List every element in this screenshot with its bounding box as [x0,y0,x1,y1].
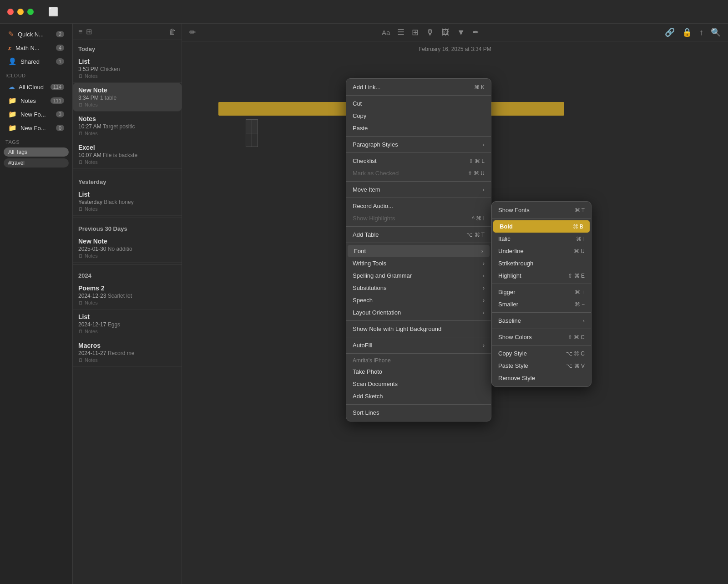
minimize-button[interactable] [17,9,24,15]
title-bar: ⬜ [0,0,728,24]
close-button[interactable] [7,9,14,15]
menu-show-highlights[interactable]: Show Highlights ^ ⌘ I [346,212,491,224]
menu-add-table[interactable]: Add Table ⌥ ⌘ T [346,229,491,241]
all-icloud-badge: 114 [51,84,64,90]
note-title: New Note [78,86,176,94]
new-folder-1-icon: 📁 [8,110,17,118]
sidebar-item-math-notes[interactable]: 𝒙 Math N... 4 [3,41,70,54]
font-size-icon[interactable]: Aa [382,29,390,36]
submenu-italic[interactable]: Italic ⌘ I [492,233,591,245]
note-folder: 🗒 Notes [78,131,176,136]
submenu-paste-style[interactable]: Paste Style ⌥ ⌘ V [492,360,591,372]
menu-paste[interactable]: Paste [346,122,491,134]
submenu-sep-3 [492,312,591,313]
note-item-list-yesterday[interactable]: List Yesterday Black honey 🗒 Notes [73,187,182,216]
menu-font[interactable]: Font › [348,245,490,257]
quick-notes-label: Quick N... [18,31,52,38]
note-folder: 🗒 Notes [78,329,176,334]
menu-add-link[interactable]: Add Link... ⌘ K [346,81,491,93]
grid-view-icon[interactable]: ⊞ [86,27,92,36]
menu-checklist[interactable]: Checklist ⇧ ⌘ L [346,155,491,167]
submenu-bigger[interactable]: Bigger ⌘ + [492,286,591,298]
menu-autofill[interactable]: AutoFill › [346,339,491,351]
menu-writing-tools[interactable]: Writing Tools › [346,257,491,269]
submenu-sep-4 [492,329,591,329]
share-icon[interactable]: ↑ [699,28,703,37]
menu-copy[interactable]: Copy [346,110,491,122]
note-item-excel[interactable]: Excel 10:07 AM File is backste 🗒 Notes [73,140,182,169]
note-item-list-2024[interactable]: List 2024-12-17 Eggs 🗒 Notes [73,310,182,338]
all-tags-tag[interactable]: All Tags [4,147,69,157]
menu-sep-3 [346,152,491,153]
menu-add-sketch[interactable]: Add Sketch [346,390,491,402]
note-meta: Yesterday Black honey [78,199,176,205]
new-folder-1-label: New Fo... [20,111,52,118]
sketch-icon[interactable]: ✒ [472,27,479,37]
submenu-smaller[interactable]: Smaller ⌘ − [492,298,591,310]
menu-cut[interactable]: Cut [346,97,491,110]
sidebar-item-shared[interactable]: 👤 Shared 1 [3,55,70,68]
substitutions-arrow: › [483,284,485,291]
note-item-list[interactable]: List 3:53 PM Chicken 🗒 Notes [73,54,182,83]
search-icon[interactable]: 🔍 [711,27,721,37]
menu-layout-orientation[interactable]: Layout Orientation › [346,306,491,319]
menu-paragraph-styles[interactable]: Paragraph Styles › [346,138,491,151]
submenu-highlight[interactable]: Highlight ⇧ ⌘ E [492,269,591,282]
icloud-section-label: iCloud [0,68,72,80]
submenu-copy-style[interactable]: Copy Style ⌥ ⌘ C [492,347,591,360]
math-notes-badge: 4 [56,45,64,51]
list-view-icon[interactable]: ≡ [78,28,82,36]
shared-badge: 1 [56,58,64,65]
trash-icon[interactable]: 🗑 [169,28,176,36]
menu-take-photo[interactable]: Take Photo [346,366,491,378]
note-folder: 🗒 Notes [78,206,176,212]
maximize-button[interactable] [27,9,34,15]
note-item-notes[interactable]: Notes 10:27 AM Target positic 🗒 Notes [73,112,182,140]
menu-show-note-light-bg[interactable]: Show Note with Light Background [346,323,491,335]
audio-icon[interactable]: 🎙 [426,28,434,37]
sidebar-item-quick-notes[interactable]: ✎ Quick N... 2 [3,28,70,41]
menu-substitutions[interactable]: Substitutions › [346,282,491,294]
note-item-new-note-2[interactable]: New Note 2025-01-30 No additio 🗒 Notes [73,234,182,263]
note-meta: 10:27 AM Target positic [78,123,176,130]
menu-sep-10 [346,353,491,354]
menu-scan-documents[interactable]: Scan Documents [346,378,491,390]
submenu-remove-style[interactable]: Remove Style [492,372,591,384]
submenu-show-colors[interactable]: Show Colors ⇧ ⌘ C [492,331,591,343]
move-item-arrow: › [483,186,485,193]
media-icon[interactable]: 🖼 [441,28,450,37]
submenu-sep-2 [492,284,591,284]
table-icon[interactable]: ⊞ [412,27,419,37]
sidebar-item-all-icloud[interactable]: ☁ All iCloud 114 [3,81,70,93]
submenu-underline[interactable]: Underline ⌘ U [492,245,591,257]
sidebar-item-new-folder-2[interactable]: 📁 New Fo... 0 [3,122,70,134]
submenu-baseline[interactable]: Baseline › [492,315,591,327]
compose-icon[interactable]: ✏ [189,27,196,37]
note-item-macros[interactable]: Macros 2024-11-27 Record me 🗒 Notes [73,338,182,367]
menu-record-audio[interactable]: Record Audio... [346,200,491,212]
submenu-bold[interactable]: Bold ⌘ B [493,220,590,233]
new-folder-2-label: New Fo... [20,125,52,132]
note-title: Excel [78,144,176,151]
sidebar-toggle-icon[interactable]: ⬜ [48,7,58,17]
menu-move-item[interactable]: Move Item › [346,183,491,196]
collaborate-icon[interactable]: 🔗 [665,27,675,37]
menu-mark-as-checked[interactable]: Mark as Checked ⇧ ⌘ U [346,167,491,179]
yesterday-label: Yesterday [73,173,182,187]
checklist-icon[interactable]: ☰ [397,27,404,37]
menu-speech[interactable]: Speech › [346,294,491,306]
more-icon[interactable]: ▼ [457,28,465,37]
lock-icon[interactable]: 🔒 [682,27,692,37]
spelling-grammar-arrow: › [483,272,485,279]
sidebar-item-new-folder-1[interactable]: 📁 New Fo... 3 [3,108,70,121]
note-meta: 2024-11-27 Record me [78,350,176,356]
submenu-show-fonts[interactable]: Show Fonts ⌘ T [492,204,591,216]
travel-tag[interactable]: #travel [4,158,69,168]
menu-spelling-grammar[interactable]: Spelling and Grammar › [346,269,491,282]
note-item-poems-2[interactable]: Poems 2 2024-12-23 Scarlet let 🗒 Notes [73,281,182,310]
content-area: ✏ Aa ☰ ⊞ 🎙 🖼 ▼ ✒ 🔗 🔒 ↑ 🔍 February 16, 20… [182,24,728,584]
menu-sort-lines[interactable]: Sort Lines [346,406,491,419]
sidebar-item-notes[interactable]: 📁 Notes 111 [3,94,70,107]
submenu-strikethrough[interactable]: Strikethrough [492,257,591,269]
note-item-new-note[interactable]: New Note 3:34 PM 1 table 🗒 Notes [73,83,182,112]
